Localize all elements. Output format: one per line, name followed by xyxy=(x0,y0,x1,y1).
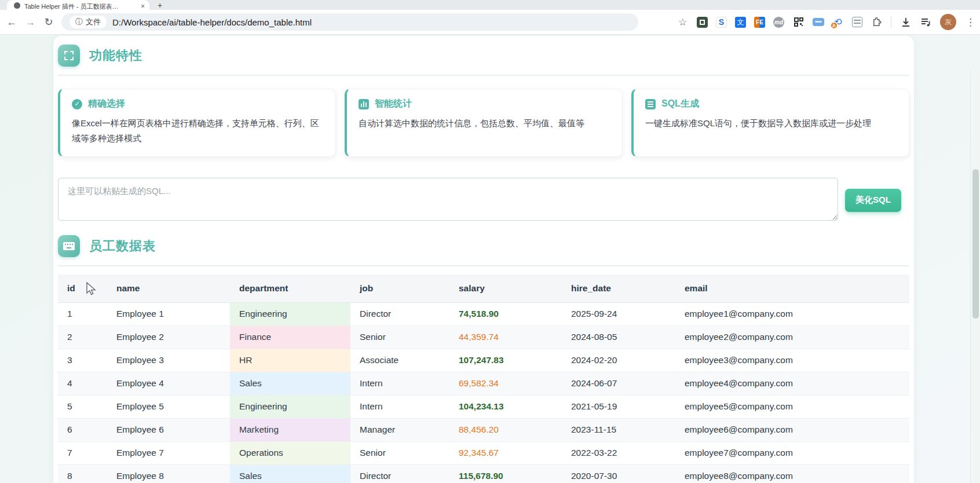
cell-department[interactable]: HR xyxy=(230,349,350,372)
employee-table[interactable]: idnamedepartmentjobsalaryhire_dateemail … xyxy=(58,275,909,483)
cell-email[interactable]: employee5@company.com xyxy=(675,395,909,418)
cell-department[interactable]: Operations xyxy=(230,441,350,464)
cell-hire_date[interactable]: 2024-06-07 xyxy=(562,372,675,395)
column-header-id[interactable]: id xyxy=(58,275,107,303)
cell-salary[interactable]: 88,456.20 xyxy=(449,418,562,441)
cell-id[interactable]: 4 xyxy=(58,372,107,395)
menu-kebab-icon[interactable]: ⋮ xyxy=(964,16,977,28)
cell-salary[interactable]: 115,678.90 xyxy=(449,464,562,483)
cell-department[interactable]: Engineering xyxy=(230,395,350,418)
cell-job[interactable]: Senior xyxy=(350,325,449,349)
bookmark-star-icon[interactable]: ☆ xyxy=(677,16,689,28)
cell-id[interactable]: 2 xyxy=(58,325,107,349)
column-header-hire_date[interactable]: hire_date xyxy=(562,275,675,303)
cell-department[interactable]: Engineering xyxy=(230,302,350,325)
cell-email[interactable]: employee8@company.com xyxy=(675,464,909,483)
cell-name[interactable]: Employee 2 xyxy=(107,325,230,349)
cell-id[interactable]: 1 xyxy=(58,302,107,325)
cell-id[interactable]: 7 xyxy=(58,441,107,464)
cell-id[interactable]: 6 xyxy=(58,418,107,441)
new-tab-button[interactable]: + xyxy=(158,1,162,10)
cell-name[interactable]: Employee 7 xyxy=(107,441,230,464)
cell-job[interactable]: Director xyxy=(350,464,449,483)
scrollbar-thumb[interactable] xyxy=(972,169,979,319)
cell-name[interactable]: Employee 4 xyxy=(107,372,230,395)
cell-email[interactable]: employee4@company.com xyxy=(675,372,909,395)
cell-email[interactable]: employee6@company.com xyxy=(675,418,909,441)
cell-id[interactable]: 8 xyxy=(58,464,107,483)
extension-fe-icon[interactable]: FE xyxy=(754,17,765,28)
cell-hire_date[interactable]: 2020-07-30 xyxy=(562,464,675,483)
extension-s-icon[interactable]: S xyxy=(716,17,727,28)
cell-salary[interactable]: 74,518.90 xyxy=(449,302,562,325)
extension-green-box-icon[interactable] xyxy=(697,17,708,28)
extension-scan-icon[interactable] xyxy=(792,16,805,28)
table-row[interactable]: 8Employee 8SalesDirector115,678.902020-0… xyxy=(58,464,909,483)
page-scrollbar[interactable] xyxy=(970,69,980,483)
cell-salary[interactable]: 92,345.67 xyxy=(449,441,562,464)
extension-table-icon[interactable] xyxy=(852,17,862,27)
extension-translate-icon[interactable]: 文 xyxy=(735,17,746,28)
table-row[interactable]: 7Employee 7OperationsSenior92,345.672022… xyxy=(58,441,909,464)
column-header-job[interactable]: job xyxy=(350,275,449,303)
cell-hire_date[interactable]: 2024-02-20 xyxy=(562,349,675,372)
cell-salary[interactable]: 69,582.34 xyxy=(449,372,562,395)
sql-input[interactable] xyxy=(58,178,838,221)
cell-name[interactable]: Employee 8 xyxy=(107,464,230,483)
forward-button[interactable]: → xyxy=(21,16,39,28)
table-row[interactable]: 1Employee 1EngineeringDirector74,518.902… xyxy=(58,302,909,325)
playlist-icon[interactable] xyxy=(920,16,932,28)
table-row[interactable]: 3Employee 3HRAssociate107,247.832024-02-… xyxy=(58,349,909,372)
cell-department[interactable]: Sales xyxy=(230,372,350,395)
reload-button[interactable]: ↻ xyxy=(39,16,58,28)
extension-sync-translate-icon[interactable]: ⟲あ xyxy=(832,16,844,28)
table-row[interactable]: 6Employee 6MarketingManager88,456.202023… xyxy=(58,418,909,441)
cell-email[interactable]: employee2@company.com xyxy=(675,325,909,349)
cell-job[interactable]: Director xyxy=(350,302,449,325)
file-scheme-chip[interactable]: ⓘ 文件 xyxy=(70,16,107,28)
column-header-salary[interactable]: salary xyxy=(449,275,562,303)
cell-job[interactable]: Manager xyxy=(350,418,449,441)
cell-job[interactable]: Senior xyxy=(350,441,449,464)
cell-job[interactable]: Intern xyxy=(350,395,449,418)
beautify-sql-button[interactable]: 美化SQL xyxy=(845,189,901,212)
cell-email[interactable]: employee7@company.com xyxy=(675,441,909,464)
cell-hire_date[interactable]: 2022-03-22 xyxy=(562,441,675,464)
cell-id[interactable]: 5 xyxy=(58,395,107,418)
browser-tab[interactable]: Table Helper 插件 - 员工数据表… × xyxy=(7,0,149,10)
cell-name[interactable]: Employee 3 xyxy=(107,349,230,372)
column-header-name[interactable]: name xyxy=(107,275,230,303)
downloads-icon[interactable] xyxy=(899,16,912,28)
table-row[interactable]: 2Employee 2FinanceSenior44,359.742024-08… xyxy=(58,325,909,349)
url-text[interactable]: D:/Workspace/ai/table-helper/docs/demo_t… xyxy=(112,17,312,27)
cell-hire_date[interactable]: 2025-09-24 xyxy=(562,302,675,325)
table-row[interactable]: 4Employee 4SalesIntern69,582.342024-06-0… xyxy=(58,372,909,395)
extensions-puzzle-icon[interactable] xyxy=(871,16,883,28)
cell-hire_date[interactable]: 2021-05-19 xyxy=(562,395,675,418)
cell-department[interactable]: Finance xyxy=(230,325,350,349)
cell-department[interactable]: Sales xyxy=(230,464,350,483)
column-header-department[interactable]: department xyxy=(230,275,350,303)
cell-hire_date[interactable]: 2024-08-05 xyxy=(562,325,675,349)
cell-salary[interactable]: 107,247.83 xyxy=(449,349,562,372)
cell-salary[interactable]: 104,234.13 xyxy=(449,395,562,418)
cell-name[interactable]: Employee 6 xyxy=(107,418,230,441)
cell-job[interactable]: Associate xyxy=(350,349,449,372)
table-row[interactable]: 5Employee 5EngineeringIntern104,234.1320… xyxy=(58,395,909,418)
tab-close-icon[interactable]: × xyxy=(141,2,145,10)
cell-email[interactable]: employee1@company.com xyxy=(675,302,909,325)
cell-salary[interactable]: 44,359.74 xyxy=(449,325,562,349)
column-header-email[interactable]: email xyxy=(675,275,909,303)
cell-job[interactable]: Intern xyxy=(350,372,449,395)
cell-name[interactable]: Employee 1 xyxy=(107,302,230,325)
back-button[interactable]: ← xyxy=(2,16,21,28)
cell-id[interactable]: 3 xyxy=(58,349,107,372)
extension-markdown-icon[interactable]: md xyxy=(773,17,784,28)
cell-hire_date[interactable]: 2023-11-15 xyxy=(562,418,675,441)
profile-avatar[interactable]: 灰 xyxy=(940,14,956,30)
cell-email[interactable]: employee3@company.com xyxy=(675,349,909,372)
cell-department[interactable]: Marketing xyxy=(230,418,350,441)
extension-card-icon[interactable] xyxy=(813,18,824,26)
cell-name[interactable]: Employee 5 xyxy=(107,395,230,418)
address-bar[interactable]: ⓘ 文件 D:/Workspace/ai/table-helper/docs/d… xyxy=(61,13,638,31)
